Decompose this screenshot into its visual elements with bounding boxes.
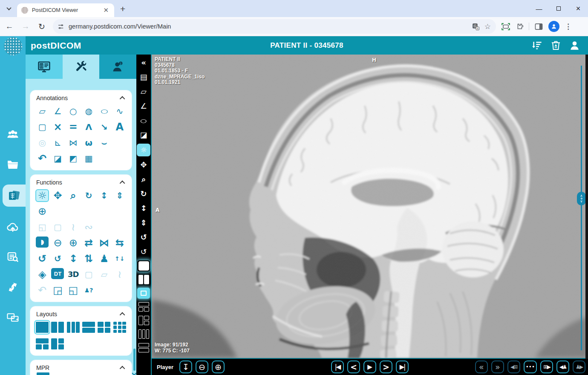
cobb-angle-icon[interactable]: ⊾ — [51, 136, 64, 149]
length-ruler-icon[interactable]: ▱ — [35, 105, 49, 118]
polyline-icon[interactable]: Λ — [82, 121, 95, 133]
recycle-bin-icon[interactable] — [550, 40, 562, 51]
export-image-icon[interactable]: ◲ — [51, 284, 64, 297]
zoom-out-icon[interactable]: ⊖ — [51, 237, 64, 249]
angle-icon[interactable]: ∠ — [51, 105, 64, 118]
layout-1top-2bottom[interactable] — [35, 338, 49, 350]
actual-size-icon[interactable]: ⇅ — [82, 252, 95, 265]
patient-orientation-icon[interactable]: ♟ — [97, 252, 111, 265]
tab-close-icon[interactable]: ✕ — [102, 6, 110, 14]
auto-sort-icon[interactable] — [531, 40, 543, 51]
layout-1top-2bottom[interactable] — [137, 301, 150, 312]
reset-window-level-icon[interactable]: ↺ — [137, 246, 150, 258]
browser-menu-icon[interactable]: ⋮ — [565, 22, 572, 31]
rotate-flip-icon[interactable]: ⇆ — [113, 237, 127, 249]
window-level-icon[interactable]: ☼ — [35, 189, 49, 202]
scroll-icon[interactable]: ↕ — [97, 189, 111, 202]
arrow-icon[interactable]: ↘ — [97, 121, 111, 133]
layout-1left-2right[interactable] — [137, 315, 150, 326]
forward-button[interactable]: → — [19, 20, 32, 33]
previous-series-button[interactable]: « — [475, 361, 488, 373]
window-level-icon[interactable]: ☼ — [137, 144, 150, 156]
current-cell-indicator[interactable] — [137, 288, 150, 299]
tab-study-browser[interactable] — [26, 55, 63, 79]
first-image-button[interactable]: |◀ — [331, 361, 344, 373]
sidebar-upload[interactable] — [0, 216, 26, 237]
collapse-icon[interactable] — [120, 366, 125, 371]
layout-1left-2right[interactable] — [50, 338, 65, 350]
reset-icon[interactable]: ↺ — [137, 231, 150, 243]
translate-icon[interactable]: Ga — [472, 23, 479, 30]
collapse-icon[interactable] — [120, 96, 125, 101]
layout-1x1-active[interactable] — [137, 260, 150, 271]
account-icon[interactable] — [569, 40, 580, 51]
layout-2row[interactable] — [137, 342, 150, 353]
previous-patient-button[interactable]: ◀♟ — [556, 361, 569, 373]
tag-icon[interactable]: ◈ — [35, 268, 49, 281]
cross-ruler-icon[interactable]: × — [51, 121, 64, 133]
pan-icon[interactable]: ✥ — [51, 189, 64, 202]
anonymize-icon[interactable]: ♟? — [82, 284, 95, 297]
text-icon[interactable]: A — [113, 121, 127, 133]
angle-between-lines-icon[interactable]: ⋈ — [66, 136, 80, 149]
next-study-button[interactable]: ⊞▶ — [540, 361, 553, 373]
ruler-icon[interactable]: ▱ — [137, 86, 150, 98]
erase-all-icon[interactable]: ◩ — [66, 152, 80, 165]
localizer-icon[interactable]: ⊕ — [35, 205, 49, 218]
last-image-button[interactable]: ▶| — [396, 361, 409, 373]
ellipse-icon[interactable]: ○ — [137, 117, 150, 124]
circle-icon[interactable]: ○ — [66, 105, 80, 118]
rectangle-icon[interactable]: ▢ — [35, 121, 49, 133]
flip-horizontal-icon[interactable]: ⇄ — [82, 237, 95, 249]
collapse-icon[interactable] — [120, 180, 125, 186]
undo-annotation-icon[interactable]: ↶ — [35, 152, 49, 165]
reset-window-level-icon[interactable]: ↺ — [51, 252, 64, 265]
tab-patient-info[interactable] — [99, 55, 136, 79]
layout-2col[interactable] — [50, 321, 65, 334]
screenshot-tool-icon[interactable] — [502, 23, 510, 30]
back-button[interactable]: ← — [3, 20, 16, 33]
3d-icon[interactable]: 3D — [66, 268, 80, 281]
sidebar-quick-share[interactable] — [0, 277, 26, 297]
parallel-lines-icon[interactable]: = — [66, 121, 80, 133]
mri-image[interactable] — [152, 55, 588, 358]
collapse-icon[interactable] — [120, 312, 125, 317]
site-settings-icon[interactable] — [58, 23, 64, 30]
image-viewport[interactable]: PATIENT II 0345678 01.01.1853 - F dzne_M… — [152, 55, 588, 359]
magnify-icon[interactable]: ⌕ — [66, 189, 80, 202]
speed-down-button[interactable]: ⊖ — [196, 361, 208, 373]
pan-icon[interactable]: ✥ — [137, 159, 150, 171]
close-button[interactable]: × — [568, 0, 588, 17]
reload-button[interactable]: ↻ — [35, 20, 49, 33]
layout-3x3[interactable] — [112, 321, 127, 334]
layout-1x1[interactable] — [35, 321, 49, 334]
erase-icon[interactable]: ◪ — [51, 152, 64, 165]
next-image-button[interactable]: > — [380, 361, 392, 373]
scroll-icon[interactable]: ↕ — [137, 202, 150, 214]
address-bar[interactable]: germany.postdicom.com/Viewer/Main Ga ☆ — [53, 19, 496, 34]
more-options-button[interactable]: ••• — [524, 361, 537, 373]
image-scroll-thumb[interactable]: ∧∨ — [577, 192, 586, 205]
zoom-in-icon[interactable]: ⊕ — [66, 237, 80, 249]
browser-tab[interactable]: PostDICOM Viewer ✕ — [17, 3, 114, 17]
minimize-button[interactable]: — — [529, 0, 549, 17]
magnify-icon[interactable]: ⌕ — [137, 173, 150, 185]
sidebar-worklist[interactable] — [0, 247, 26, 267]
layout-2row[interactable] — [81, 321, 96, 334]
sidebar-remote-sync[interactable] — [0, 307, 26, 328]
tab-tools[interactable] — [63, 55, 100, 79]
play-button[interactable]: ▶ — [363, 361, 376, 373]
stack-scroll-icon[interactable]: ⇕ — [137, 217, 150, 229]
sidebar-image-viewer[interactable] — [3, 185, 26, 207]
play-direction-button[interactable]: ↧ — [179, 361, 192, 373]
new-tab-button[interactable]: + — [120, 4, 125, 14]
filled-ellipse-icon[interactable]: ◍ — [82, 105, 95, 118]
stack-scroll-icon[interactable]: ⇕ — [113, 189, 127, 202]
previous-image-button[interactable]: < — [347, 361, 360, 373]
layout-3col[interactable] — [137, 329, 150, 340]
layout-2x2[interactable] — [97, 321, 111, 334]
curve-icon[interactable]: ⌣ — [97, 136, 111, 149]
collapse-panel-icon[interactable]: « — [137, 57, 150, 69]
prior-study-button[interactable]: ◀⊞ — [507, 361, 520, 373]
sidebar-folders[interactable] — [0, 154, 26, 175]
